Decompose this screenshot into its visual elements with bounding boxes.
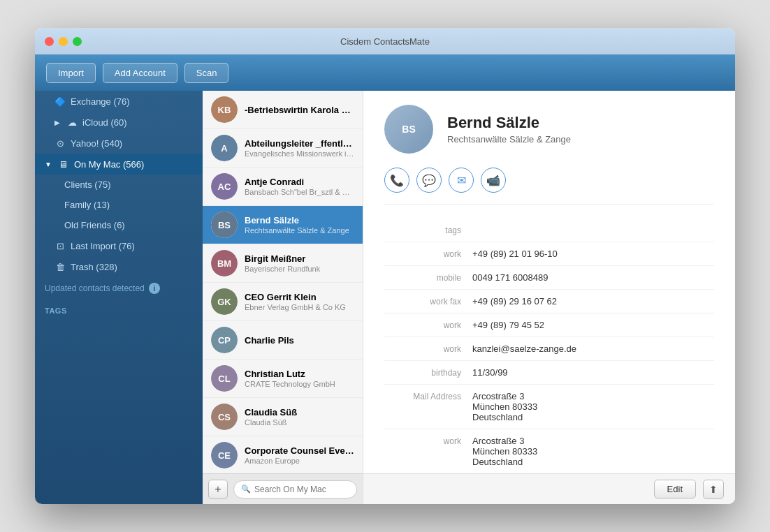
contact-info: Charlie Pils: [245, 335, 354, 346]
sidebar-item-on-my-mac[interactable]: ▼ 🖥 On My Mac (566): [35, 154, 203, 175]
contact-name: CEO Gerrit Klein: [245, 292, 354, 302]
old-friends-label: Old Friends (6): [64, 220, 125, 230]
email-icon: ✉: [457, 174, 466, 187]
add-account-button[interactable]: Add Account: [103, 63, 177, 83]
email-action-button[interactable]: ✉: [449, 168, 474, 193]
app-window: Cisdem ContactsMate Import Add Account S…: [35, 28, 735, 504]
field-value: +49 (89) 79 45 52: [472, 320, 714, 330]
phone-action-button[interactable]: 📞: [384, 168, 409, 193]
contact-name: Christian Lutz: [245, 369, 354, 379]
field-value: Arcostraße 3München 80333Deutschland: [472, 391, 714, 422]
phone-icon: 📞: [390, 174, 404, 187]
last-import-label: Last Import (76): [71, 241, 135, 251]
field-row: work Arcostraße 3München 80333Deutschlan…: [384, 429, 714, 473]
contact-info: Claudia Süß Claudia Süß: [245, 407, 354, 427]
field-value: kanzlei@saelze-zange.de: [472, 343, 714, 354]
detail-avatar: BS: [384, 105, 433, 154]
detail-pane: BS Bernd Sälzle Rechtsanwälte Sälzle & Z…: [363, 91, 735, 504]
field-value: 0049 171 6008489: [472, 272, 714, 283]
detail-scroll[interactable]: BS Bernd Sälzle Rechtsanwälte Sälzle & Z…: [363, 91, 735, 473]
contact-item[interactable]: CE Corporate Counsel Evelyn... Amazon Eu…: [203, 436, 363, 473]
contact-avatar: CS: [211, 404, 238, 430]
contact-sub: Ebner Verlag GmbH & Co KG: [245, 303, 354, 311]
contact-item[interactable]: AC Antje Conradi Bansbach Sch"bel Br_szt…: [203, 168, 363, 206]
contact-info: Abteilungsleiter _ffentlichk... Evangeli…: [245, 138, 354, 158]
sidebar-item-trash[interactable]: 🗑 Trash (328): [35, 256, 203, 277]
contact-name: Birgit Meißner: [245, 253, 354, 264]
add-contact-button[interactable]: +: [208, 480, 228, 499]
tags-section-header: Tags: [35, 300, 203, 318]
field-row: work kanzlei@saelze-zange.de: [384, 337, 714, 361]
video-action-button[interactable]: 📹: [481, 168, 506, 193]
contact-sub: Amazon Europe: [245, 457, 354, 465]
yahoo-icon: ⊙: [55, 138, 66, 149]
field-label: tags: [384, 225, 461, 235]
info-icon: i: [149, 283, 160, 294]
field-label: work: [384, 320, 461, 330]
yahoo-label: Yahoo! (540): [71, 138, 122, 149]
toolbar: Import Add Account Scan: [35, 54, 735, 91]
trash-icon: 🗑: [55, 261, 66, 272]
contact-item[interactable]: GK CEO Gerrit Klein Ebner Verlag GmbH & …: [203, 283, 363, 321]
share-icon: ⬆: [709, 484, 718, 495]
detail-footer: Edit ⬆: [363, 473, 735, 504]
contact-info: Christian Lutz CRATE Technology GmbH: [245, 369, 354, 388]
main-area: 🔷 Exchange (76) ▶ ☁ iCloud (60) ⊙ Yahoo!…: [35, 91, 735, 504]
search-input[interactable]: [254, 485, 349, 494]
field-label: work fax: [384, 296, 461, 306]
contact-item[interactable]: CL Christian Lutz CRATE Technology GmbH: [203, 360, 363, 398]
message-action-button[interactable]: 💬: [416, 168, 442, 193]
sidebar-item-icloud[interactable]: ▶ ☁ iCloud (60): [35, 112, 203, 133]
updated-contacts-notice[interactable]: Updated contacts detected i: [35, 277, 203, 300]
contact-info: Birgit Meißner Bayerischer Rundfunk: [245, 253, 354, 273]
field-label: birthday: [384, 367, 461, 378]
sidebar-item-exchange[interactable]: 🔷 Exchange (76): [35, 91, 203, 112]
exchange-label: Exchange (76): [71, 96, 130, 107]
field-row: birthday 11/30/99: [384, 361, 714, 385]
contact-item[interactable]: BM Birgit Meißner Bayerischer Rundfunk: [203, 244, 363, 283]
minimize-button[interactable]: [59, 37, 68, 46]
maximize-button[interactable]: [73, 37, 82, 46]
contact-info: Corporate Counsel Evelyn... Amazon Europ…: [245, 445, 354, 465]
detail-org: Rechtsanwälte Sälzle & Zange: [447, 134, 571, 145]
sidebar: 🔷 Exchange (76) ▶ ☁ iCloud (60) ⊙ Yahoo!…: [35, 91, 203, 504]
window-title: Cisdem ContactsMate: [340, 36, 430, 47]
mac-label: On My Mac (566): [74, 159, 144, 170]
titlebar: Cisdem ContactsMate: [35, 28, 735, 54]
contact-name: Claudia Süß: [245, 407, 354, 418]
icloud-label: iCloud (60): [82, 117, 127, 128]
search-box: 🔍: [233, 480, 357, 498]
icloud-arrow: ▶: [55, 119, 60, 126]
sidebar-item-family[interactable]: Family (13): [35, 195, 203, 215]
contact-sub: Bayerischer Rundfunk: [245, 265, 354, 273]
contact-name: Corporate Counsel Evelyn...: [245, 445, 354, 456]
contact-item[interactable]: CS Claudia Süß Claudia Süß: [203, 398, 363, 436]
contact-sub: Evangelisches Missionswerk in Deu: [245, 149, 354, 158]
detail-name: Bernd Sälzle: [447, 114, 571, 132]
contact-sub: CRATE Technology GmbH: [245, 380, 354, 388]
contact-list: KB -Betriebswirtin Karola Beil A Abteilu…: [203, 91, 363, 504]
exchange-icon: 🔷: [55, 96, 66, 107]
sidebar-item-clients[interactable]: Clients (75): [35, 175, 203, 195]
contact-name: Bernd Sälzle: [245, 215, 354, 226]
scan-button[interactable]: Scan: [184, 63, 229, 83]
contact-sub: Claudia Süß: [245, 418, 354, 427]
field-row: work +49 (89) 79 45 52: [384, 313, 714, 337]
field-label: work: [384, 249, 461, 259]
icloud-icon: ☁: [66, 117, 78, 128]
edit-button[interactable]: Edit: [654, 480, 696, 498]
sidebar-item-yahoo[interactable]: ⊙ Yahoo! (540): [35, 133, 203, 154]
sidebar-item-old-friends[interactable]: Old Friends (6): [35, 215, 203, 235]
contact-item[interactable]: BS Bernd Sälzle Rechtsanwälte Sälzle & Z…: [203, 206, 363, 244]
detail-header: BS Bernd Sälzle Rechtsanwälte Sälzle & Z…: [384, 105, 714, 154]
import-button[interactable]: Import: [46, 63, 96, 83]
field-label: Mail Address: [384, 391, 461, 401]
sidebar-item-last-import[interactable]: ⊡ Last Import (76): [35, 235, 203, 256]
close-button[interactable]: [45, 37, 54, 46]
contact-item[interactable]: A Abteilungsleiter _ffentlichk... Evange…: [203, 129, 363, 168]
share-button[interactable]: ⬆: [703, 480, 724, 499]
contact-item[interactable]: KB -Betriebswirtin Karola Beil: [203, 91, 363, 129]
detail-name-block: Bernd Sälzle Rechtsanwälte Sälzle & Zang…: [447, 114, 571, 145]
contact-list-scroll[interactable]: KB -Betriebswirtin Karola Beil A Abteilu…: [203, 91, 363, 473]
contact-item[interactable]: CP Charlie Pils: [203, 321, 363, 360]
